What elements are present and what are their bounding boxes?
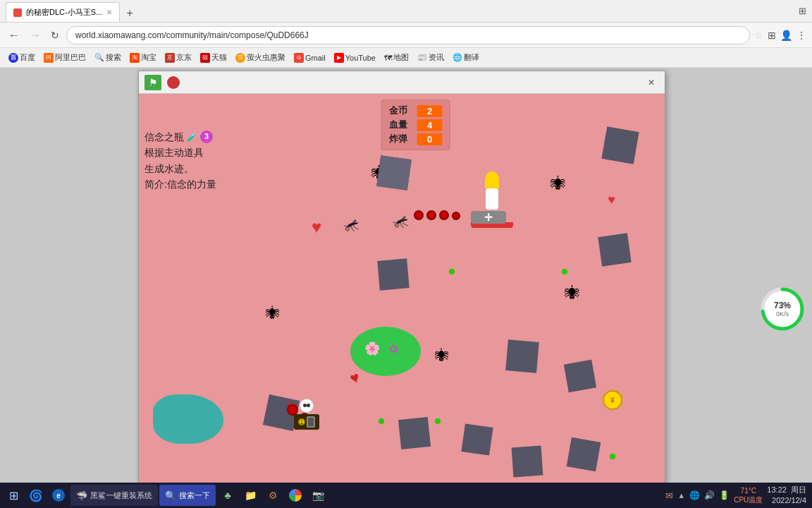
back-button[interactable]: ←	[6, 29, 23, 42]
bookmark-firefly[interactable]: 萤 萤火虫惠聚	[231, 51, 290, 64]
bookmark-jd[interactable]: 京 京东	[161, 51, 196, 64]
green-bush: 🌸 ✿	[350, 327, 421, 376]
taskbar-item-browser[interactable]: e	[48, 485, 69, 506]
camera-icon: 📷	[312, 490, 324, 501]
taskbar-item-spinner[interactable]: 🌀	[25, 485, 47, 506]
red-balls	[414, 210, 460, 220]
cube-11	[567, 437, 601, 472]
forward-button[interactable]: →	[27, 29, 44, 42]
taskbar-item-search[interactable]: 🔍 搜索一下	[159, 485, 216, 506]
spider-5: 🕷	[435, 348, 449, 364]
bookmark-gmail[interactable]: G Gmail	[290, 52, 330, 64]
bookmark-taobao[interactable]: 淘 淘宝	[125, 51, 161, 64]
tray-battery[interactable]: 🔋	[719, 490, 730, 500]
bookmark-star[interactable]: ☆	[754, 30, 763, 41]
progress-label: 73%	[774, 301, 791, 310]
url-bar[interactable]	[66, 26, 750, 44]
search-taskbar-icon: 🔍	[165, 490, 176, 501]
search-bm-icon: 🔍	[94, 53, 104, 62]
menu-button[interactable]: ⋮	[796, 30, 806, 41]
heart-2: ♥	[608, 193, 615, 207]
taobao-icon: 淘	[130, 53, 140, 63]
plus-icon: +	[127, 7, 133, 20]
shark-icon: 🦈	[76, 490, 87, 501]
heart-3: ♥	[347, 368, 362, 389]
tianmao-icon: 猫	[200, 53, 210, 63]
blood-value: 4	[417, 119, 443, 131]
time-display[interactable]: 13:22 周日 2022/12/4	[767, 485, 806, 507]
extensions-button[interactable]: ⊞	[768, 30, 776, 41]
green-dot-4	[379, 418, 384, 424]
cube-9	[461, 423, 493, 455]
browser-icon: e	[52, 489, 65, 502]
bookmark-translate[interactable]: 🌐 翻译	[448, 51, 484, 64]
taskbar-item-folder[interactable]: 📁	[240, 485, 261, 506]
cube-1	[376, 155, 412, 190]
cube-5	[505, 339, 539, 373]
baidu-icon: 百	[8, 53, 18, 63]
time-value: 13:22 周日	[767, 485, 806, 495]
profile-button[interactable]: 👤	[780, 30, 792, 41]
bookmark-alibaba[interactable]: 阿 阿里巴巴	[39, 51, 90, 64]
teal-splash	[153, 394, 223, 444]
cpu-temp-display: 71°C CPU温度	[734, 486, 763, 504]
green-dot-1	[449, 269, 455, 274]
shark-label: 黑鲨一键重装系统	[90, 490, 152, 501]
bookmark-tianmao[interactable]: 猫 天猫	[196, 51, 231, 64]
date-value: 2022/12/4	[767, 495, 806, 506]
item-desc-3: 简介:信念的力量	[144, 176, 216, 192]
bookmark-baidu[interactable]: 百 百度	[4, 51, 39, 64]
tray-email[interactable]: ✉	[665, 490, 673, 501]
fly-enemy-1: 🦟	[343, 217, 359, 233]
reload-button[interactable]: ↻	[48, 30, 62, 41]
new-tab-button[interactable]: +	[121, 5, 138, 22]
item-desc-2: 生成水迹。	[144, 161, 216, 176]
tray-expand[interactable]: ▲	[677, 491, 685, 500]
npc-character: 1	[294, 399, 319, 430]
tray-expand-icon: ▲	[677, 491, 685, 500]
taskbar-item-club[interactable]: ♣	[217, 485, 238, 506]
taskbar-item-chrome[interactable]	[285, 485, 306, 506]
cube-2	[377, 258, 410, 291]
taskbar-item-settings[interactable]: ⚙	[262, 485, 283, 506]
spider-4: 🕷	[266, 306, 280, 322]
coin-item: ¥	[603, 390, 622, 410]
heart-1: ♥	[312, 217, 321, 237]
game-flag-icon[interactable]: ⚑	[144, 75, 161, 90]
spinner-icon: 🌀	[29, 489, 43, 502]
game-maximize-icon[interactable]: ✕	[644, 75, 659, 90]
network-icon: 🌐	[689, 490, 700, 500]
bookmark-maps[interactable]: 🗺 地图	[380, 51, 413, 64]
maps-icon: 🗺	[384, 54, 392, 62]
item-name: 信念之瓶	[144, 129, 184, 145]
taskbar-item-camera[interactable]: 📷	[307, 485, 328, 506]
game-window: ⚑ ✕ 金币 2 血量 4 炸弹	[138, 71, 665, 483]
club-icon: ♣	[224, 490, 230, 501]
youtube-icon: ▶	[334, 53, 344, 63]
item-description: 信念之瓶 🧪 3 根据主动道具 生成水迹。 简介:信念的力量	[144, 129, 216, 193]
item-bottle-icon: 🧪	[187, 131, 197, 144]
tray-network[interactable]: 🌐	[689, 490, 700, 500]
bookmark-search[interactable]: 🔍 搜索	[90, 51, 125, 64]
folder-icon: 📁	[245, 490, 257, 501]
game-hud: 金币 2 血量 4 炸弹 0	[381, 99, 450, 150]
game-title-bar: ⚑ ✕	[139, 71, 665, 94]
taskbar-item-sharkone[interactable]: 🦈 黑鲨一键重装系统	[70, 485, 158, 506]
game-red-circle[interactable]	[167, 76, 180, 89]
tab-title: 的秘密DLC-小马王S...	[26, 7, 102, 18]
bomb-label: 炸弹	[389, 133, 414, 145]
bomb-value: 0	[417, 133, 443, 145]
start-icon: ⊞	[9, 489, 18, 502]
coin-label: 金币	[389, 104, 414, 117]
circle-progress-widget: 73% 0K/s	[760, 286, 805, 332]
active-tab[interactable]: 的秘密DLC-小马王S... ✕	[6, 2, 120, 22]
bookmark-youtube[interactable]: ▶ YouTube	[330, 52, 380, 64]
bookmark-news[interactable]: 📰 资讯	[413, 51, 448, 64]
cube-3	[601, 126, 639, 164]
translate-icon: 🌐	[453, 53, 462, 62]
tray-sound[interactable]: 🔊	[704, 490, 715, 500]
progress-sub: 0K/s	[774, 310, 791, 318]
game-scene[interactable]: 金币 2 血量 4 炸弹 0 信念之瓶 🧪 3	[139, 94, 665, 483]
start-button[interactable]: ⊞	[3, 485, 24, 506]
tab-close-icon[interactable]: ✕	[106, 8, 112, 16]
